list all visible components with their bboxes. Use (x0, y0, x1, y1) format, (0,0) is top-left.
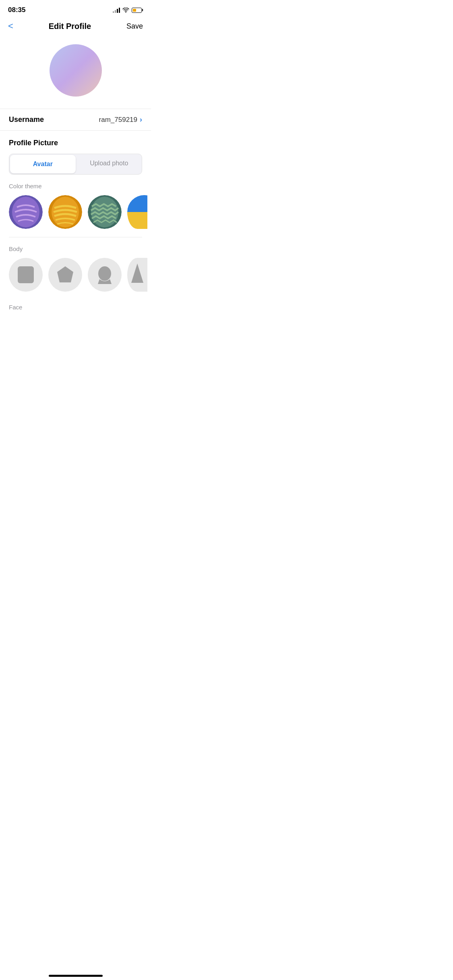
body-option-2[interactable] (48, 258, 82, 292)
chevron-right-icon: › (140, 115, 142, 124)
page-title: Edit Profile (49, 22, 91, 31)
body-section: Body (0, 237, 151, 304)
body-option-1[interactable] (9, 258, 43, 292)
svg-marker-9 (57, 266, 73, 282)
color-theme-section: Color theme (0, 183, 151, 237)
profile-picture-title: Profile Picture (0, 131, 151, 154)
color-option-teal[interactable] (88, 195, 122, 229)
avatar[interactable] (50, 44, 102, 97)
body-label: Body (0, 237, 151, 258)
face-label: Face (0, 304, 151, 316)
avatar-section (0, 36, 151, 109)
body-option-3[interactable] (88, 258, 122, 292)
nav-bar: < Edit Profile Save (0, 18, 151, 36)
wifi-icon (122, 8, 129, 13)
body-option-4[interactable] (127, 258, 147, 292)
color-option-orange[interactable] (48, 195, 82, 229)
color-option-purple[interactable] (9, 195, 43, 229)
body-options (0, 258, 151, 304)
username-label: Username (9, 115, 44, 124)
tab-upload-photo[interactable]: Upload photo (77, 154, 142, 174)
status-icons (113, 7, 143, 13)
svg-point-10 (98, 266, 111, 281)
color-theme-label: Color theme (0, 183, 151, 195)
tab-avatar[interactable]: Avatar (10, 155, 76, 173)
username-row[interactable]: Username ram_759219 › (0, 109, 151, 131)
svg-point-0 (125, 11, 126, 12)
picture-toggle[interactable]: Avatar Upload photo (9, 154, 142, 175)
status-time: 08:35 (8, 6, 25, 14)
username-value-row: ram_759219 › (99, 115, 142, 124)
color-option-blueyellow[interactable] (127, 195, 147, 229)
signal-icon (113, 7, 120, 13)
svg-marker-11 (131, 264, 143, 283)
save-button[interactable]: Save (126, 22, 143, 31)
back-button[interactable]: < (8, 21, 13, 31)
profile-picture-section: Profile Picture Avatar Upload photo (0, 131, 151, 175)
username-value: ram_759219 (99, 116, 137, 124)
status-bar: 08:35 (0, 0, 151, 18)
color-options (0, 195, 151, 237)
battery-icon (132, 8, 143, 13)
